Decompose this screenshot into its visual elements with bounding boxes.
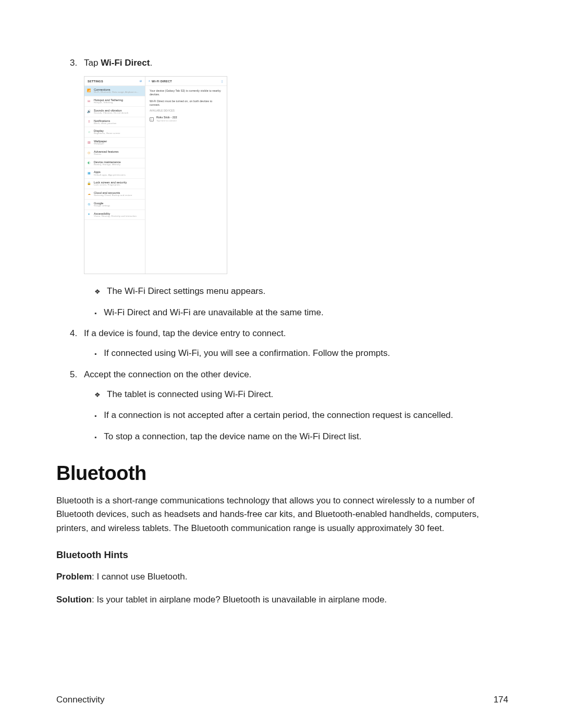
settings-title: SETTINGS (88, 79, 103, 84)
instruction-list: Tap Wi-Fi Direct. SETTINGS ⌕ 📶Connection… (56, 56, 508, 443)
sidebar-item-sub: Samsung Cloud, Backup and restore (94, 194, 132, 197)
sidebar-item-icon: ▦ (87, 171, 91, 176)
wifi-direct-panel: ‹WI-FI DIRECT ⋮ Your device (Galaxy Tab … (145, 77, 227, 274)
bluetooth-paragraph: Bluetooth is a short-range communication… (56, 494, 508, 535)
sidebar-item-icon: ✦ (87, 213, 91, 217)
sidebar-item-3[interactable]: ≡NotificationsBlock, allow, prioritize (84, 117, 145, 128)
settings-header: SETTINGS ⌕ (84, 77, 145, 86)
visibility-note: Your device (Galaxy Tab S3) is currently… (150, 89, 223, 96)
step3-sub1: The Wi-Fi Direct settings menu appears. (94, 286, 265, 296)
sidebar-item-sub: Google settings (94, 205, 110, 207)
sidebar-item-icon: G (87, 202, 91, 206)
sidebar-item-5[interactable]: ▧WallpaperWallpaper (84, 138, 145, 148)
sidebar-item-icon: ≡ (87, 120, 91, 124)
sidebar-item-sub: Battery, Storage, Memory (94, 164, 121, 166)
sidebar-item-11[interactable]: GGoogleGoogle settings (84, 200, 145, 210)
sidebar-item-icon: 🔒 (87, 182, 91, 186)
settings-sidebar: SETTINGS ⌕ 📶ConnectionsWi-Fi, Bluetooth,… (84, 77, 145, 274)
sidebar-item-9[interactable]: 🔒Lock screen and securityLock screen, Fi… (84, 179, 145, 189)
step5-text: Accept the connection on the other devic… (84, 369, 251, 379)
wifi-direct-screenshot: SETTINGS ⌕ 📶ConnectionsWi-Fi, Bluetooth,… (84, 76, 227, 274)
step4-text: If a device is found, tap the device ent… (84, 328, 286, 338)
back-icon[interactable]: ‹ (149, 79, 150, 83)
sidebar-item-sub: Hotspot, Tethering (94, 102, 123, 104)
sidebar-item-icon: 📶 (87, 89, 91, 93)
sidebar-item-sub: Lock screen, Fingerprints (94, 184, 127, 187)
sidebar-item-1[interactable]: ⊞Hotspot and TetheringHotspot, Tethering (84, 96, 145, 107)
sidebar-item-icon: ☼ (87, 130, 91, 134)
sidebar-item-icon: ▧ (87, 141, 91, 145)
sidebar-item-7[interactable]: ◐Device maintenanceBattery, Storage, Mem… (84, 158, 145, 169)
wifi-direct-title: WI-FI DIRECT (152, 80, 172, 83)
step5-sub3: To stop a connection, tap the device nam… (94, 431, 361, 441)
device-row[interactable]: ◻ Roku Stick - 222 Tap here to connect (150, 115, 223, 124)
sidebar-item-sub: Vision, Hearing, Dexterity and interacti… (94, 215, 137, 218)
device-icon: ◻ (150, 117, 154, 121)
step-3: Tap Wi-Fi Direct. SETTINGS ⌕ 📶Connection… (80, 56, 508, 319)
step3-sub2: Wi-Fi Direct and Wi-Fi are unavailable a… (94, 307, 324, 317)
bluetooth-hints-heading: Bluetooth Hints (56, 548, 508, 563)
sidebar-item-icon: ◎ (87, 151, 91, 155)
sidebar-item-10[interactable]: ☁Cloud and accountsSamsung Cloud, Backup… (84, 189, 145, 200)
more-icon[interactable]: ⋮ (221, 79, 224, 84)
step-4: If a device is found, tap the device ent… (80, 327, 508, 361)
step5-sub1: The tablet is connected using Wi-Fi Dire… (94, 389, 273, 399)
footer-page-number: 174 (494, 695, 508, 705)
turn-on-note: Wi-Fi Direct must be turned on, on both … (150, 100, 223, 107)
sidebar-item-sub: Brightness, Home screen (94, 132, 120, 135)
step5-sub2: If a connection is not accepted after a … (94, 410, 453, 420)
step3-sublist: The Wi-Fi Direct settings menu appears. … (84, 285, 508, 319)
sidebar-item-sub: Games (94, 153, 119, 156)
sidebar-item-icon: 🔊 (87, 109, 91, 114)
sidebar-item-4[interactable]: ☼DisplayBrightness, Home screen (84, 127, 145, 138)
sidebar-item-icon: ☁ (87, 192, 91, 196)
footer-section: Connectivity (56, 695, 105, 705)
sidebar-item-12[interactable]: ✦AccessibilityVision, Hearing, Dexterity… (84, 210, 145, 220)
step4-sub1: If connected using Wi-Fi, you will see a… (94, 348, 390, 358)
available-devices-label: AVAILABLE DEVICES (150, 109, 223, 113)
sidebar-item-0[interactable]: 📶ConnectionsWi-Fi, Bluetooth, Data usage… (84, 86, 145, 96)
page-footer: Connectivity 174 (56, 695, 508, 705)
step-5: Accept the connection on the other devic… (80, 368, 508, 443)
sidebar-item-sub: Wi-Fi, Bluetooth, Data usage, Airplane m… (94, 91, 139, 94)
sidebar-item-sub: Default apps, App permissions (94, 174, 126, 177)
problem-line: Problem: I cannot use Bluetooth. (56, 570, 508, 584)
sidebar-item-sub: Sounds, Vibration, Do not disturb (94, 112, 128, 115)
sidebar-item-icon: ◐ (87, 161, 91, 165)
sidebar-item-sub: Wallpaper (94, 143, 107, 145)
search-icon[interactable]: ⌕ (140, 78, 142, 84)
sidebar-item-8[interactable]: ▦AppsDefault apps, App permissions (84, 168, 145, 179)
device-sub: Tap here to connect (156, 119, 177, 123)
solution-line: Solution: Is your tablet in airplane mod… (56, 593, 508, 607)
sidebar-item-2[interactable]: 🔊Sounds and vibrationSounds, Vibration, … (84, 107, 145, 117)
step3-text: Tap Wi-Fi Direct. (84, 58, 152, 68)
sidebar-item-6[interactable]: ◎Advanced featuresGames (84, 148, 145, 158)
sidebar-item-icon: ⊞ (87, 99, 91, 103)
sidebar-item-sub: Block, allow, prioritize (94, 122, 116, 125)
bluetooth-heading: Bluetooth (56, 458, 508, 489)
